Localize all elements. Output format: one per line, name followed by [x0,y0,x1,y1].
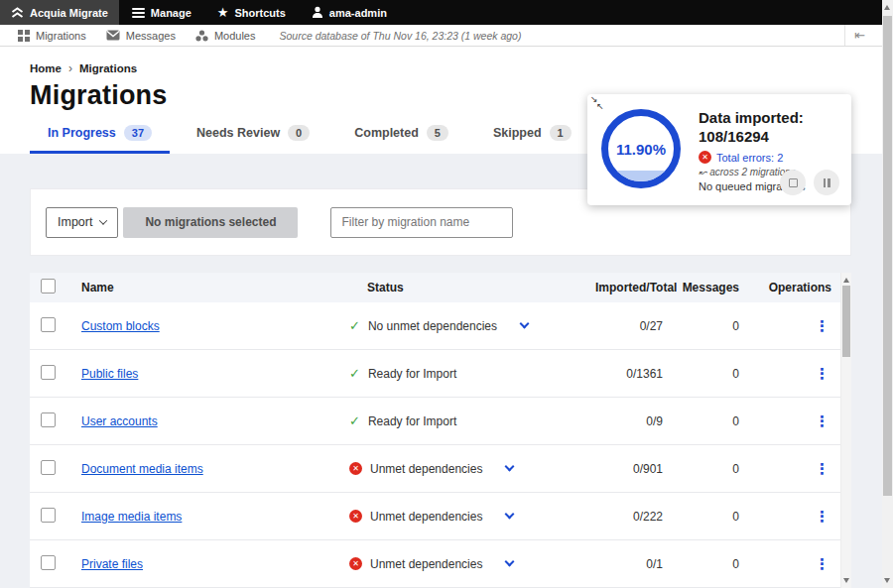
scroll-down-arrow-icon[interactable] [884,578,890,583]
tab-label: Needs Review [196,126,280,140]
check-icon: ✓ [349,318,360,333]
arrow-up-left-icon: ↖ [596,102,604,111]
chevron-down-icon[interactable] [505,557,515,567]
manage-label: Manage [151,7,191,19]
row-checkbox[interactable] [41,412,56,427]
row-checkbox[interactable] [41,555,56,570]
operations-menu-icon[interactable]: ⋮ [813,317,831,334]
main-content: Import No migrations selected Name Statu… [0,154,882,588]
messages-count: 0 [663,462,739,476]
messages-count: 0 [663,510,739,524]
migration-link[interactable]: Custom blocks [81,319,160,333]
header-status: Status [349,281,595,294]
table-header-row: Name Status Imported/Total Messages Oper… [30,273,851,302]
migration-link[interactable]: Image media items [81,510,182,524]
shortcuts-menu[interactable]: ★ Shortcuts [204,0,299,25]
migrations-table: Name Status Imported/Total Messages Oper… [30,273,851,588]
tab-in-progress[interactable]: In Progress 37 [30,119,170,154]
messages-count: 0 [663,557,739,571]
tab-skipped[interactable]: Skipped 1 [475,119,589,154]
progress-percent: 11.90% [616,141,666,158]
row-checkbox[interactable] [41,508,56,523]
migration-filter-input[interactable] [330,207,513,238]
error-icon: ✕ [349,510,362,523]
toolbar-item-messages[interactable]: Messages [96,30,186,42]
import-dropdown-button[interactable]: Import [46,207,118,238]
header-messages: Messages [663,281,739,294]
row-checkbox[interactable] [41,365,56,380]
import-label: Import [58,215,92,229]
secondary-toolbar: Migrations Messages Modules Source datab… [0,25,882,47]
scrollbar-thumb[interactable] [883,16,892,496]
table-scrollbar[interactable] [840,273,851,588]
stop-button[interactable] [780,170,806,195]
grid-icon [18,30,30,42]
messages-count: 0 [663,319,739,333]
check-icon: ✓ [349,366,360,381]
tab-needs-review[interactable]: Needs Review 0 [179,119,327,154]
double-chevron-up-icon [11,7,24,19]
migration-link[interactable]: Private files [81,557,143,571]
no-migrations-selected-button: No migrations selected [123,207,298,238]
tab-count-badge: 1 [550,125,572,141]
table-row: Custom blocks ✓ No unmet dependencies 0/… [30,302,851,350]
star-icon: ★ [217,6,229,19]
total-errors-line: ✕ Total errors: 2 [699,151,841,164]
page-scrollbar[interactable] [882,0,893,588]
manage-menu[interactable]: Manage [119,0,204,25]
toolbar-collapse-button[interactable]: ⇤ [844,25,874,46]
operations-menu-icon[interactable]: ⋮ [813,508,831,525]
migrations-label: Migrations [36,30,86,42]
status-text: Ready for Import [368,414,456,428]
chevron-down-icon[interactable] [505,510,515,520]
select-all-checkbox[interactable] [41,279,56,294]
tab-completed[interactable]: Completed 5 [336,119,466,154]
toolbar-item-modules[interactable]: Modules [186,30,266,42]
brand-acquia-migrate[interactable]: Acquia Migrate [0,0,119,25]
migration-link[interactable]: Public files [81,367,138,381]
breadcrumb-current: Migrations [79,62,137,74]
chevron-down-icon[interactable] [520,319,530,329]
stop-icon [789,178,798,187]
error-icon: ✕ [349,462,362,475]
operations-menu-icon[interactable]: ⋮ [813,555,831,572]
toolbar-item-migrations[interactable]: Migrations [8,30,96,42]
envelope-icon [106,30,120,41]
pause-button[interactable] [814,170,839,195]
scroll-down-arrow-icon[interactable] [843,578,849,583]
header-imported-total: Imported/Total [595,281,663,294]
operations-menu-icon[interactable]: ⋮ [813,412,831,429]
hamburger-icon [132,8,145,18]
resize-handle-icon[interactable]: ↘ ↖ [590,95,598,104]
user-menu[interactable]: ama-admin [299,0,400,25]
check-icon: ✓ [349,413,360,428]
total-errors-link[interactable]: Total errors: 2 [716,152,783,164]
import-progress-card: ↘ ↖ 11.90% Data imported: 108/16294 ✕ To… [587,94,851,205]
row-checkbox[interactable] [41,460,56,475]
row-checkbox[interactable] [41,317,56,332]
operations-menu-icon[interactable]: ⋮ [813,365,831,382]
chevron-down-icon[interactable] [505,462,515,472]
brand-label: Acquia Migrate [30,7,108,19]
chevron-down-icon [99,216,107,224]
data-imported-heading: Data imported: [699,108,841,127]
user-label: ama-admin [329,7,387,19]
migration-link[interactable]: User accounts [81,414,158,428]
migration-link[interactable]: Document media items [81,462,203,476]
table-row: Public files ✓ Ready for Import 0/1361 0… [30,350,851,398]
status-text: Ready for Import [368,367,456,381]
operations-menu-icon[interactable]: ⋮ [813,460,831,477]
table-row: Image media items ✕ Unmet dependencies 0… [30,493,851,540]
scrollbar-thumb[interactable] [842,286,850,357]
breadcrumb: Home › Migrations [30,61,882,75]
messages-count: 0 [663,414,739,428]
shortcuts-label: Shortcuts [234,7,285,19]
progress-card-buttons [780,170,839,195]
scroll-up-arrow-icon[interactable] [843,278,849,283]
breadcrumb-home-link[interactable]: Home [30,62,62,74]
scroll-up-arrow-icon[interactable] [884,5,890,10]
tab-label: Skipped [493,126,542,140]
tab-count-badge: 37 [124,125,152,141]
admin-topbar: Acquia Migrate Manage ★ Shortcuts ama-ad… [0,0,882,25]
progress-donut: 11.90% [601,109,681,188]
